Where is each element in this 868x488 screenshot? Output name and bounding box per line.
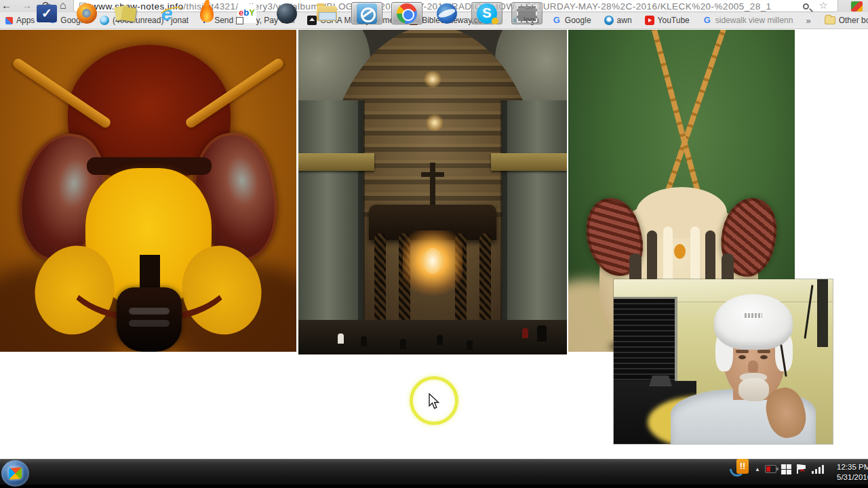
man-goatee <box>738 378 769 401</box>
mouse-cursor <box>429 393 440 410</box>
webcam-window-blinds <box>614 297 677 386</box>
taskbar-checkmark-app[interactable]: ✓ <box>31 2 62 24</box>
bookmarks-overflow-chevron[interactable]: » <box>806 16 810 26</box>
man-eyebrow-left <box>736 350 749 353</box>
skype-icon: S <box>477 3 497 24</box>
recorder-icon <box>357 3 377 24</box>
basilica-cross <box>430 163 435 205</box>
taskbar-snip-app[interactable] <box>511 2 542 24</box>
bookmark-awn[interactable]: awn <box>604 16 632 25</box>
taskbar-windows-explorer[interactable] <box>311 2 342 24</box>
man-eye-left <box>738 355 746 359</box>
explorer-folder-icon <box>317 6 337 21</box>
taskbar-icons: ✓ e ebY S <box>31 2 542 24</box>
back-icon[interactable]: ← <box>1 0 12 12</box>
basilica-floor <box>298 320 567 354</box>
basilica-pilaster <box>358 100 365 354</box>
person <box>522 328 528 338</box>
person <box>467 340 473 350</box>
basilica-pilaster <box>500 100 507 354</box>
chrome-icon <box>397 3 417 24</box>
show-hidden-icons-button[interactable]: ▲ <box>755 466 760 472</box>
basilica-altar-glow <box>403 230 462 298</box>
gallery-page <box>0 30 868 459</box>
screen: ← → ⟳ ⌂ www.show-notes.info/thisisit4321… <box>0 0 868 488</box>
basilica-vault-light <box>426 114 443 131</box>
sphere-icon <box>277 3 297 24</box>
bookmark-youtube[interactable]: YouTube <box>645 16 690 25</box>
gallery-image-hornet-head[interactable] <box>0 30 296 352</box>
taskbar-google-earth[interactable] <box>431 2 462 24</box>
google-g-icon: G <box>552 16 561 25</box>
taskbar-firefox[interactable] <box>71 2 102 24</box>
system-tray: !! ▲ × <box>730 462 824 476</box>
person <box>338 333 344 344</box>
forward-icon[interactable]: → <box>22 0 32 12</box>
sticky-note-icon <box>121 7 137 22</box>
hornet-mandibles <box>117 287 182 352</box>
google-g-icon: G <box>703 16 712 25</box>
ie-icon: e <box>161 3 173 24</box>
man-white-beanie <box>714 294 793 350</box>
bookmark-google-2[interactable]: GGoogle <box>552 16 591 25</box>
taskbar-skype[interactable]: S <box>471 2 502 24</box>
action-center-flag-icon[interactable]: × <box>796 464 807 474</box>
basilica-pillar-right <box>502 100 567 354</box>
webcam-lamp <box>649 375 672 386</box>
person <box>400 339 406 349</box>
clock-time: 12:35 PM <box>837 462 868 472</box>
battery-icon[interactable] <box>765 465 776 473</box>
taskbar-internet-explorer[interactable]: e <box>151 2 182 24</box>
basilica-pillar-left <box>298 100 363 354</box>
taskbar-media-sphere-app[interactable] <box>271 2 302 24</box>
start-button[interactable] <box>1 460 29 487</box>
flame-icon <box>200 4 214 22</box>
search-icon[interactable] <box>803 3 809 9</box>
taskbar-sticky-notes[interactable] <box>111 2 142 24</box>
taskbar-screen-recorder[interactable] <box>351 2 382 24</box>
checkmark-icon: ✓ <box>37 5 57 22</box>
windows-tray-icon[interactable] <box>781 464 791 474</box>
taskbar-ebay-shortcut[interactable]: ebY <box>231 2 262 24</box>
network-signal-icon[interactable] <box>812 464 824 474</box>
webcam-pole <box>817 279 828 347</box>
basilica-gold-inscription-right <box>491 153 567 171</box>
windows-flag-icon <box>9 467 22 479</box>
man-nose <box>748 361 758 374</box>
person <box>537 325 547 342</box>
basilica-vault-light <box>424 70 441 88</box>
dashed-selection-icon <box>517 5 537 22</box>
google-earth-icon <box>437 3 457 24</box>
person <box>361 336 367 346</box>
person <box>437 335 443 345</box>
bookmark-sidewalk[interactable]: Gsidewalk view millenn <box>703 16 793 25</box>
gallery-image-basilica-interior[interactable] <box>298 30 567 354</box>
alert-icon: !! <box>736 459 749 474</box>
webcam-overlay <box>614 279 833 444</box>
youtube-icon <box>645 16 654 25</box>
beanie-logo <box>745 313 762 318</box>
ebay-icon: ebY <box>237 4 256 23</box>
taskbar-clock[interactable]: 12:35 PM 5/31/2016 <box>837 462 868 483</box>
other-bookmarks-button[interactable]: Other bookm <box>825 16 868 25</box>
bookmark-apps[interactable]: Apps <box>5 16 35 25</box>
extension-icon[interactable] <box>851 1 863 12</box>
taskbar-flame-app[interactable] <box>191 2 222 24</box>
taskbar-chrome[interactable] <box>391 2 422 24</box>
clock-date: 5/31/2016 <box>837 472 868 483</box>
firefox-icon <box>77 3 97 24</box>
apps-grid-icon <box>5 17 13 24</box>
awn-icon <box>604 16 614 25</box>
basilica-gold-inscription-left <box>298 153 374 171</box>
tray-alert[interactable]: !! <box>730 462 750 476</box>
man-eyebrow-right <box>757 350 770 353</box>
folder-icon <box>825 16 835 24</box>
man-eye-right <box>760 355 768 359</box>
bookmark-star-icon[interactable]: ☆ <box>819 0 828 12</box>
